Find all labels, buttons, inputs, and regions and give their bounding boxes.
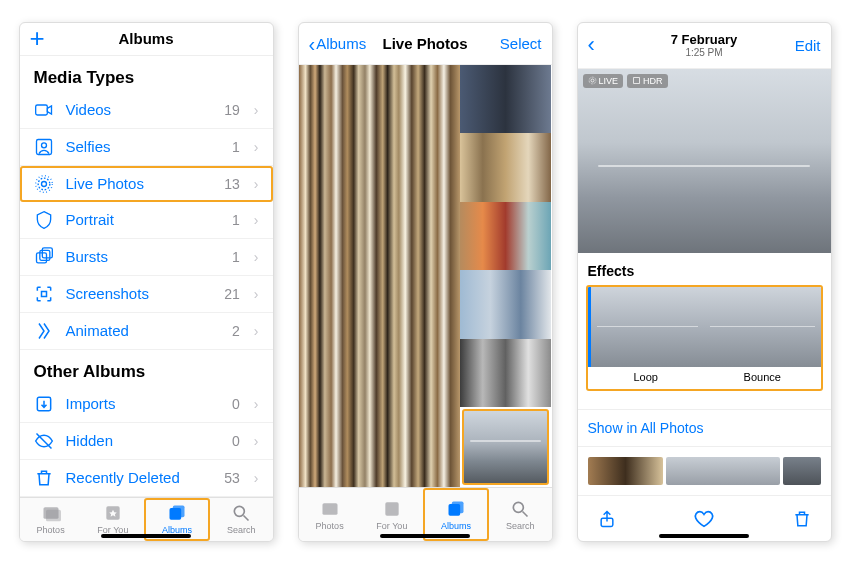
effect-bounce[interactable]: Bounce <box>704 287 821 389</box>
photo-thumbnail[interactable] <box>460 270 551 338</box>
effect-label: Loop <box>634 367 658 389</box>
badge-label: HDR <box>643 76 663 86</box>
row-imports[interactable]: Imports 0 › <box>20 386 273 423</box>
effect-preview <box>704 287 821 367</box>
row-count: 21 <box>224 286 240 302</box>
photos-tab-icon <box>319 499 341 519</box>
header-title: Live Photos <box>299 35 552 52</box>
home-indicator[interactable] <box>659 534 749 538</box>
favorite-button[interactable] <box>693 508 715 530</box>
svg-point-3 <box>41 181 46 186</box>
bursts-icon <box>34 247 54 267</box>
badge-row: LIVE HDR <box>583 74 668 88</box>
svg-rect-22 <box>452 501 464 513</box>
selfies-icon <box>34 137 54 157</box>
row-hidden[interactable]: Hidden 0 › <box>20 423 273 460</box>
row-count: 2 <box>232 323 240 339</box>
photo-date: 7 February <box>578 32 831 48</box>
effects-heading: Effects <box>578 253 831 285</box>
chevron-right-icon: › <box>254 323 259 339</box>
main-photo[interactable]: LIVE HDR <box>578 69 831 254</box>
row-label: Selfies <box>66 138 221 155</box>
row-videos[interactable]: Videos 19 › <box>20 92 273 129</box>
svg-rect-7 <box>39 250 49 260</box>
search-tab-icon <box>509 499 531 519</box>
thumbnail-strip[interactable] <box>578 447 831 495</box>
badge-label: LIVE <box>599 76 619 86</box>
for-you-tab-icon <box>102 503 124 523</box>
row-count: 1 <box>232 249 240 265</box>
row-count: 0 <box>232 396 240 412</box>
tab-photos[interactable]: Photos <box>299 488 361 541</box>
row-label: Recently Deleted <box>66 469 213 486</box>
tab-label: Search <box>227 525 256 535</box>
row-count: 53 <box>224 470 240 486</box>
strip-thumbnail[interactable] <box>783 457 821 485</box>
row-selfies[interactable]: Selfies 1 › <box>20 129 273 166</box>
svg-rect-0 <box>35 105 47 115</box>
header-center: 7 February 1:25 PM <box>578 32 831 60</box>
chevron-right-icon: › <box>254 176 259 192</box>
albums-tab-icon <box>445 499 467 519</box>
video-icon <box>34 100 54 120</box>
row-animated[interactable]: Animated 2 › <box>20 313 273 350</box>
animated-icon <box>34 321 54 341</box>
show-in-all-photos-link[interactable]: Show in All Photos <box>578 409 831 447</box>
header: ‹ Albums Live Photos Select <box>299 23 552 65</box>
chevron-right-icon: › <box>254 433 259 449</box>
other-albums-list: Imports 0 › Hidden 0 › Recently Deleted … <box>20 386 273 497</box>
chevron-right-icon: › <box>254 396 259 412</box>
svg-point-23 <box>514 502 524 512</box>
row-count: 1 <box>232 212 240 228</box>
section-media-types: Media Types <box>20 56 273 92</box>
effect-loop[interactable]: Loop <box>588 287 705 389</box>
tab-photos[interactable]: Photos <box>20 498 82 541</box>
delete-button[interactable] <box>791 508 813 530</box>
hdr-badge: HDR <box>627 74 668 88</box>
photo-thumbnail[interactable] <box>460 202 551 270</box>
media-types-list: Videos 19 › Selfies 1 › Live Photos 13 ›… <box>20 92 273 350</box>
portrait-icon <box>34 210 54 230</box>
row-count: 1 <box>232 139 240 155</box>
tab-label: Photos <box>37 525 65 535</box>
row-count: 13 <box>224 176 240 192</box>
selected-photo-thumbnail[interactable] <box>462 409 549 485</box>
strip-thumbnail[interactable] <box>588 457 664 485</box>
row-label: Imports <box>66 395 221 412</box>
svg-rect-13 <box>46 510 61 522</box>
tab-search[interactable]: Search <box>489 488 551 541</box>
header: ‹ 7 February 1:25 PM Edit <box>578 23 831 69</box>
row-live-photos[interactable]: Live Photos 13 › <box>20 166 273 202</box>
svg-rect-19 <box>322 503 337 515</box>
row-label: Portrait <box>66 211 221 228</box>
effect-label: Bounce <box>744 367 781 389</box>
tab-search[interactable]: Search <box>210 498 272 541</box>
albums-tab-icon <box>166 503 188 523</box>
home-indicator[interactable] <box>380 534 470 538</box>
row-label: Animated <box>66 322 221 339</box>
live-photos-grid-screen: ‹ Albums Live Photos Select Photos For Y… <box>298 22 553 542</box>
row-count: 0 <box>232 433 240 449</box>
row-recently-deleted[interactable]: Recently Deleted 53 › <box>20 460 273 497</box>
photo-thumbnail[interactable] <box>460 65 551 133</box>
row-bursts[interactable]: Bursts 1 › <box>20 239 273 276</box>
share-button[interactable] <box>596 508 618 530</box>
photo-thumbnail[interactable] <box>460 339 551 407</box>
photo-grid <box>299 65 552 487</box>
photos-tab-icon <box>40 503 62 523</box>
svg-line-18 <box>244 516 249 521</box>
row-screenshots[interactable]: Screenshots 21 › <box>20 276 273 313</box>
photo-thumbnail[interactable] <box>299 65 461 487</box>
home-indicator[interactable] <box>101 534 191 538</box>
row-portrait[interactable]: Portrait 1 › <box>20 202 273 239</box>
for-you-tab-icon <box>381 499 403 519</box>
tab-bar: Photos For You Albums Search <box>299 487 552 541</box>
search-tab-icon <box>230 503 252 523</box>
row-count: 19 <box>224 102 240 118</box>
photo-thumbnail[interactable] <box>460 133 551 201</box>
strip-thumbnail[interactable] <box>666 457 780 485</box>
effect-preview <box>588 287 705 367</box>
chevron-right-icon: › <box>254 286 259 302</box>
svg-point-17 <box>235 507 245 517</box>
trash-icon <box>34 468 54 488</box>
